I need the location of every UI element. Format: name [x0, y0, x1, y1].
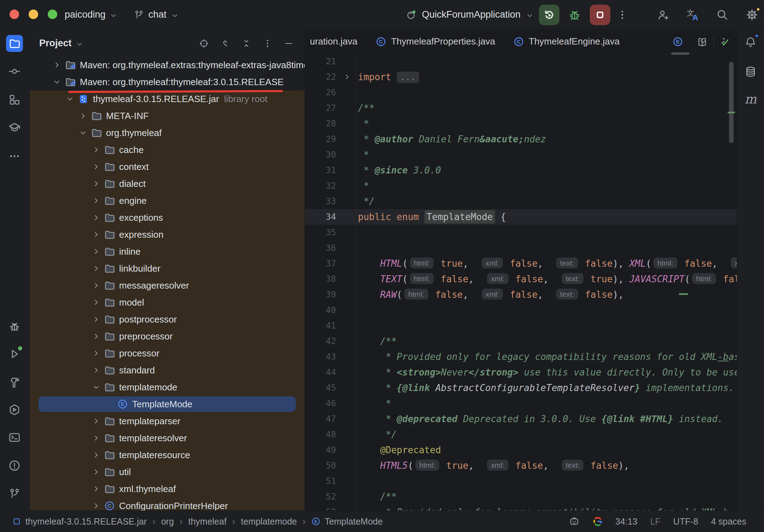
activitybar-structure-icon[interactable] [6, 91, 23, 108]
rerun-button[interactable] [539, 5, 559, 25]
tree-item-templatemode[interactable]: ETemplateMode [30, 396, 305, 413]
activitybar-services-icon[interactable] [6, 401, 23, 418]
assistant-icon[interactable] [569, 516, 580, 527]
debug-button[interactable] [564, 5, 585, 25]
line-number[interactable]: 44 [305, 365, 336, 380]
tree-item-preprocessor[interactable]: preprocessor [30, 328, 305, 345]
locate-icon[interactable] [197, 37, 211, 50]
tree-item-templateresource[interactable]: templateresource [30, 447, 305, 463]
line-number[interactable]: 51 [305, 473, 336, 489]
collapse-all-icon[interactable] [240, 37, 253, 50]
project-panel-title[interactable]: Project [39, 38, 84, 49]
line-number[interactable]: 28 [305, 116, 336, 131]
chevron-right-icon[interactable] [90, 415, 102, 427]
caret-position[interactable]: 34:13 [615, 516, 637, 527]
line-number[interactable]: 42 [305, 333, 336, 349]
reader-mode-icon[interactable] [697, 37, 708, 48]
chevron-right-icon[interactable] [90, 195, 102, 207]
line-number[interactable]: 30 [305, 147, 336, 162]
line-number[interactable]: 29 [305, 131, 336, 147]
line-number[interactable]: 26 [305, 85, 336, 100]
breadcrumb-thymeleaf-3.0.15.release.jar[interactable]: thymeleaf-3.0.15.RELEASE.jar [12, 516, 147, 527]
tree-item-meta-inf[interactable]: META-INF [30, 107, 305, 124]
line-number[interactable]: 50 [305, 458, 336, 473]
chevron-right-icon[interactable] [90, 262, 102, 274]
tree-item-util[interactable]: util [30, 463, 305, 480]
chevron-right-icon[interactable] [90, 229, 102, 241]
line-number[interactable]: 41 [305, 318, 336, 333]
chevron-right-icon[interactable] [90, 500, 102, 510]
tree-item-processor[interactable]: processor [30, 345, 305, 362]
tree-item-messageresolver[interactable]: messageresolver [30, 277, 305, 294]
chevron-right-icon[interactable] [51, 59, 63, 71]
chevron-right-icon[interactable] [90, 178, 102, 190]
branch-switcher[interactable]: chat [134, 0, 179, 29]
chevron-right-icon[interactable] [90, 449, 102, 461]
line-number[interactable]: 43 [305, 349, 336, 365]
project-switcher[interactable]: paicoding [65, 0, 118, 29]
line-number[interactable]: 37 [305, 256, 336, 271]
tree-item-dialect[interactable]: dialect [30, 175, 305, 192]
tab-ThymeleafProperties.java[interactable]: CThymeleafProperties.java [366, 30, 504, 54]
activitybar-terminal-icon[interactable] [6, 429, 23, 446]
chevron-right-icon[interactable] [90, 212, 102, 224]
tree-item-standard[interactable]: standard [30, 362, 305, 379]
line-ending-indicator[interactable]: LF [650, 516, 660, 527]
minimize-window-button[interactable] [29, 10, 38, 19]
chevron-right-icon[interactable] [90, 364, 102, 376]
tree-item-inline[interactable]: inline [30, 243, 305, 260]
chevron-down-icon[interactable] [64, 93, 76, 105]
inspections-ok-icon[interactable] [719, 37, 730, 48]
chevron-down-icon[interactable] [77, 127, 89, 139]
line-number[interactable]: 36 [305, 240, 336, 256]
line-number[interactable]: 33 [305, 194, 336, 209]
activitybar-problems-icon[interactable] [6, 457, 23, 474]
line-number[interactable]: 21 [305, 54, 336, 69]
line-number[interactable]: 38 [305, 271, 336, 287]
chevron-right-icon[interactable] [90, 313, 102, 325]
line-number[interactable]: 45 [305, 380, 336, 396]
line-number[interactable]: 27 [305, 100, 336, 116]
activitybar-maven-icon[interactable]: m [742, 91, 759, 108]
tab-ThymeleafEngine.java[interactable]: CThymeleafEngine.java [504, 30, 629, 54]
chevron-right-icon[interactable] [90, 483, 102, 495]
line-number[interactable]: 48 [305, 427, 336, 442]
breadcrumb-thymeleaf[interactable]: thymeleaf [188, 516, 227, 527]
chevron-down-icon[interactable] [90, 381, 102, 393]
tree-item-maven-org.thymeleaf-thymeleaf-3.0.15.release[interactable]: Maven: org.thymeleaf:thymeleaf:3.0.15.RE… [30, 73, 305, 90]
encoding-indicator[interactable]: UTF-8 [673, 516, 698, 527]
line-number[interactable]: 39 [305, 287, 336, 302]
chevron-down-icon[interactable] [51, 76, 63, 88]
tree-item-exceptions[interactable]: exceptions [30, 209, 305, 226]
tab-uration.java[interactable]: uration.java [305, 30, 366, 54]
tree-item-cache[interactable]: cache [30, 141, 305, 158]
tree-item-linkbuilder[interactable]: linkbuilder [30, 260, 305, 277]
close-window-button[interactable] [10, 10, 19, 19]
hide-icon[interactable] [282, 37, 295, 50]
run-config-selector[interactable]: QuickForumApplication [422, 9, 521, 20]
line-number[interactable]: 32 [305, 178, 336, 194]
indent-indicator[interactable]: 4 spaces [711, 516, 746, 527]
line-number[interactable]: 52 [305, 489, 336, 504]
tree-item-postprocessor[interactable]: postprocessor [30, 311, 305, 328]
tree-item-org.thymeleaf[interactable]: org.thymeleaf [30, 124, 305, 141]
line-number[interactable]: 35 [305, 225, 336, 240]
chevron-right-icon[interactable] [90, 347, 102, 359]
tree-item-engine[interactable]: engine [30, 192, 305, 209]
line-number[interactable]: 46 [305, 396, 336, 411]
add-user-button[interactable] [656, 8, 670, 22]
tree-item-templateresolver[interactable]: templateresolver [30, 430, 305, 447]
translate-button[interactable]: 文A [686, 8, 700, 22]
activitybar-build-icon[interactable] [6, 374, 23, 391]
activitybar-commit-icon[interactable] [6, 63, 23, 80]
activitybar-learn-icon[interactable] [6, 119, 23, 136]
stop-button[interactable] [590, 5, 610, 25]
line-number[interactable]: 31 [305, 162, 336, 178]
chevron-right-icon[interactable] [90, 246, 102, 258]
activitybar-database-icon[interactable] [742, 63, 759, 80]
activitybar-notifications-icon[interactable] [742, 34, 759, 51]
chevron-right-icon[interactable] [90, 466, 102, 478]
chevron-right-icon[interactable] [90, 330, 102, 342]
search-everywhere-button[interactable] [715, 8, 729, 22]
more-actions-button[interactable] [615, 8, 629, 22]
